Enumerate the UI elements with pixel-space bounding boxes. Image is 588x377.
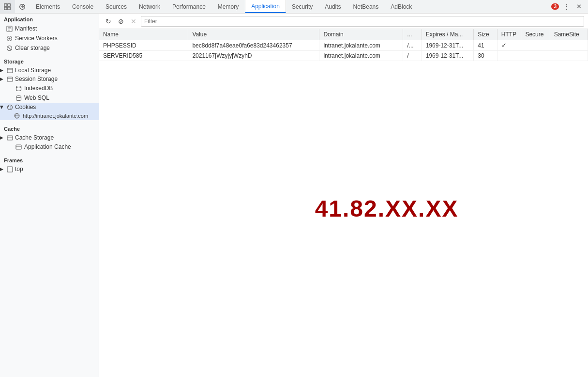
tab-network[interactable]: Network [133, 0, 166, 13]
main-layout: Application Manifest Service Workers Cle… [0, 14, 588, 377]
cache-storage-arrow-icon: ▶ [0, 135, 3, 140]
col-header-domain: Domain [319, 29, 403, 40]
cell-expires-0: 1969-12-31T... [422, 40, 474, 51]
sidebar-item-clear-storage-label: Clear storage [15, 45, 50, 51]
tab-memory[interactable]: Memory [212, 0, 245, 13]
sidebar-item-indexeddb-label: IndexedDB [24, 85, 53, 92]
clear-button[interactable]: ✕ [128, 16, 139, 27]
tab-list: Elements Console Sources Network Perform… [0, 0, 418, 13]
sidebar-item-clear-storage[interactable]: Clear storage [0, 43, 99, 53]
cookies-icon [6, 104, 13, 110]
cell-dot-0: /... [403, 40, 422, 51]
more-options-button[interactable]: ⋮ [561, 1, 572, 12]
tab-netbeans[interactable]: NetBeans [347, 0, 385, 13]
sidebar-item-local-storage-label: Local Storage [15, 67, 51, 74]
cell-value-0: bec8dd8f7a48eae0fa6e83d243462357 [188, 40, 319, 51]
table-wrapper: Name Value Domain ... Expires / Ma... Si… [99, 29, 588, 377]
col-header-name: Name [99, 29, 188, 40]
cell-domain-1: intranet.jokalante.com [319, 51, 403, 61]
svg-rect-28 [16, 145, 21, 149]
sidebar-item-service-workers-label: Service Workers [15, 35, 58, 42]
svg-rect-15 [7, 77, 13, 81]
tab-performance[interactable]: Performance [166, 0, 212, 13]
sidebar-item-cookies-label: Cookies [15, 104, 36, 110]
tab-elements[interactable]: Elements [30, 0, 66, 13]
table-header: Name Value Domain ... Expires / Ma... Si… [99, 29, 588, 40]
table-row[interactable]: PHPSESSID bec8dd8f7a48eae0fa6e83d2434623… [99, 40, 588, 51]
block-button[interactable]: ⊘ [116, 16, 126, 27]
devtools-icon-2[interactable] [15, 0, 30, 13]
cell-secure-0 [521, 40, 550, 51]
cell-domain-0: intranet.jokalante.com [319, 40, 403, 51]
table-body: PHPSESSID bec8dd8f7a48eae0fa6e83d2434623… [99, 40, 588, 61]
tab-application[interactable]: Application [245, 0, 286, 13]
svg-line-12 [8, 47, 11, 49]
cell-dot-1: / [403, 51, 422, 61]
cell-name-0: PHPSESSID [99, 40, 188, 51]
ip-display: 41.82.XX.XX [315, 195, 459, 222]
indexeddb-icon [15, 85, 22, 92]
svg-rect-2 [4, 7, 7, 9]
tab-audits[interactable]: Audits [319, 0, 347, 13]
close-devtools-button[interactable]: ✕ [573, 1, 584, 12]
service-workers-icon [6, 35, 13, 42]
cell-size-0: 41 [474, 40, 497, 51]
sidebar-section-application: Application [0, 14, 99, 24]
sidebar-item-cookies-url[interactable]: http://intranet.jokalante.com [0, 111, 99, 120]
cache-storage-icon [6, 134, 13, 141]
col-header-expires: Expires / Ma... [422, 29, 474, 40]
session-storage-arrow-icon: ▶ [0, 77, 3, 81]
web-sql-icon [15, 94, 22, 101]
cell-name-1: SERVERID585 [99, 51, 188, 61]
sidebar-item-cache-storage[interactable]: ▶ Cache Storage [0, 133, 99, 142]
sidebar-item-cookies[interactable]: ▶ Cookies [0, 103, 99, 111]
svg-point-18 [16, 95, 21, 97]
error-badge: 3 [551, 3, 559, 10]
sidebar: Application Manifest Service Workers Cle… [0, 14, 99, 377]
svg-rect-26 [7, 136, 13, 140]
svg-point-17 [16, 86, 21, 88]
sidebar-item-service-workers[interactable]: Service Workers [0, 33, 99, 43]
col-header-value: Value [188, 29, 319, 40]
svg-rect-13 [7, 68, 13, 73]
svg-point-20 [8, 106, 9, 107]
sidebar-item-application-cache[interactable]: Application Cache [0, 142, 99, 152]
sidebar-item-session-storage[interactable]: ▶ Session Storage [0, 75, 99, 83]
tab-console[interactable]: Console [66, 0, 100, 13]
table-row[interactable]: SERVERID585 2021167|WzyjyjWzyhD intranet… [99, 51, 588, 61]
cell-http-0: ✓ [497, 40, 521, 51]
sidebar-item-manifest-label: Manifest [15, 25, 37, 32]
local-storage-icon [6, 67, 13, 74]
col-header-size: Size [474, 29, 497, 40]
refresh-button[interactable]: ↻ [103, 16, 114, 27]
cell-size-1: 30 [474, 51, 497, 61]
sidebar-item-session-storage-label: Session Storage [15, 76, 58, 82]
tab-bar: Elements Console Sources Network Perform… [0, 0, 588, 14]
sidebar-item-web-sql[interactable]: Web SQL [0, 93, 99, 103]
tab-sources[interactable]: Sources [100, 0, 133, 13]
svg-rect-3 [8, 7, 10, 9]
sidebar-item-frames-top-label: top [15, 166, 23, 173]
manifest-icon [6, 25, 13, 32]
sidebar-item-local-storage[interactable]: ▶ Local Storage [0, 66, 99, 75]
cell-value-1: 2021167|WzyjyjWzyhD [188, 51, 319, 61]
sidebar-item-manifest[interactable]: Manifest [0, 24, 99, 33]
svg-rect-1 [8, 3, 10, 6]
devtools-icon-1[interactable] [0, 0, 15, 13]
tab-security[interactable]: Security [286, 0, 319, 13]
sidebar-item-web-sql-label: Web SQL [24, 94, 49, 101]
sidebar-item-frames-top[interactable]: ▶ top [0, 165, 99, 173]
cookies-table: Name Value Domain ... Expires / Ma... Si… [99, 29, 588, 61]
col-header-dot: ... [403, 29, 422, 40]
cell-http-1 [497, 51, 521, 61]
local-storage-arrow-icon: ▶ [0, 68, 3, 73]
tab-adblock[interactable]: AdBlock [385, 0, 418, 13]
col-header-secure: Secure [521, 29, 550, 40]
sidebar-item-indexeddb[interactable]: IndexedDB [0, 83, 99, 93]
svg-point-21 [10, 106, 11, 107]
col-header-samesite: SameSite [550, 29, 588, 40]
cell-secure-1 [521, 51, 550, 61]
filter-input[interactable] [141, 16, 584, 27]
clear-storage-icon [6, 45, 13, 51]
frames-top-arrow-icon: ▶ [0, 167, 3, 172]
